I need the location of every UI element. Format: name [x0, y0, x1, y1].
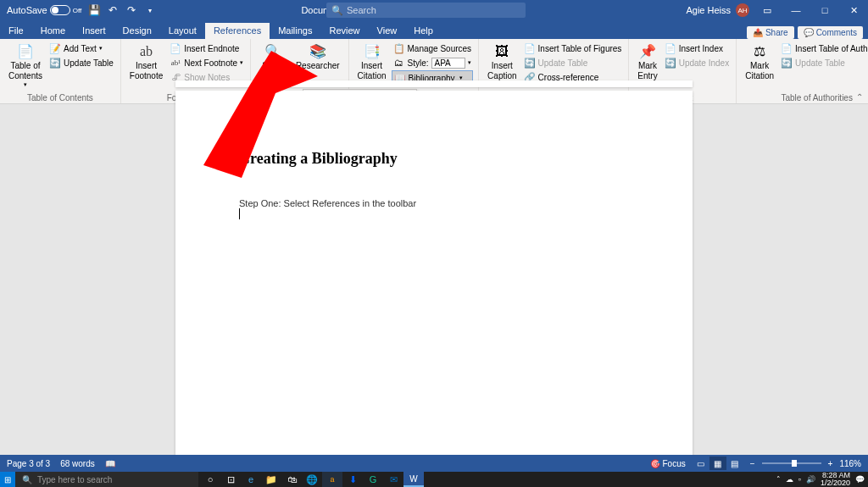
search-icon: 🔍 — [331, 5, 343, 16]
autosave-state: Off — [73, 7, 82, 14]
tab-design[interactable]: Design — [114, 23, 160, 39]
annotation-arrow — [182, 51, 318, 181]
mark-entry-label: Mark Entry — [637, 61, 657, 80]
next-footnote-icon: ab¹ — [170, 57, 181, 69]
add-text-button[interactable]: 📝Add Text▾ — [47, 42, 115, 55]
notifications-icon[interactable]: 💬 — [855, 475, 865, 484]
mark-citation-label: Mark Citation — [745, 61, 774, 80]
table-of-contents-button[interactable]: 📄 Table of Contents ▾ — [5, 42, 46, 92]
tab-home[interactable]: Home — [32, 23, 74, 39]
minimize-icon[interactable]: — — [782, 0, 810, 20]
redo-icon[interactable]: ↷ — [125, 4, 137, 16]
tab-layout[interactable]: Layout — [160, 23, 205, 39]
share-label: Share — [765, 28, 788, 37]
autosave-label: AutoSave — [7, 5, 47, 15]
chrome-icon[interactable]: 🌐 — [302, 472, 322, 487]
taskbar-search[interactable]: 🔍 Type here to search — [15, 472, 198, 487]
explorer-icon[interactable]: 📁 — [261, 472, 281, 487]
network-icon[interactable]: ▫ — [798, 475, 801, 484]
tab-mailings[interactable]: Mailings — [270, 23, 320, 39]
autosave-toggle[interactable]: AutoSave Off — [7, 5, 81, 15]
style-value[interactable]: APA — [431, 58, 465, 69]
print-layout-icon[interactable]: ▦ — [709, 457, 726, 470]
insert-toa-label: Insert Table of Authorities — [795, 44, 868, 53]
dropbox-icon[interactable]: ⬇ — [342, 472, 363, 487]
zoom-in-button[interactable]: + — [828, 459, 833, 468]
tray-chevron-icon[interactable]: ˄ — [776, 475, 781, 484]
start-button[interactable]: ⊞ — [0, 472, 15, 487]
focus-mode-button[interactable]: 🎯 Focus — [650, 459, 686, 468]
close-icon[interactable]: ✕ — [839, 0, 868, 20]
zoom-level[interactable]: 116% — [839, 459, 861, 468]
read-mode-icon[interactable]: ▭ — [693, 457, 709, 470]
web-layout-icon[interactable]: ▤ — [726, 457, 743, 470]
focus-label: Focus — [663, 459, 686, 468]
save-icon[interactable]: 💾 — [88, 4, 100, 16]
cortana-icon[interactable]: ○ — [200, 472, 220, 487]
status-bar: Page 3 of 3 68 words 📖 🎯 Focus ▭ ▦ ▤ − +… — [0, 455, 868, 472]
view-buttons: ▭ ▦ ▤ — [693, 457, 743, 470]
task-view-icon[interactable]: ⊡ — [220, 472, 241, 487]
text-cursor — [239, 208, 240, 219]
mark-citation-icon: ⚖ — [751, 43, 768, 60]
tab-help[interactable]: Help — [405, 23, 442, 39]
insert-table-of-figures-button[interactable]: 📄Insert Table of Figures — [522, 42, 624, 55]
insert-toa-button[interactable]: 📄Insert Table of Authorities — [779, 42, 868, 55]
outlook-icon[interactable]: ✉ — [383, 472, 403, 487]
comments-label: Comments — [816, 28, 857, 37]
zoom-slider[interactable] — [762, 462, 821, 464]
edge-icon[interactable]: e — [241, 472, 261, 487]
tab-review[interactable]: Review — [321, 23, 369, 39]
volume-icon[interactable]: 🔊 — [806, 475, 815, 484]
amazon-icon[interactable]: a — [322, 472, 342, 487]
zoom-out-button[interactable]: − — [750, 459, 755, 468]
ribbon-options-icon[interactable]: ▭ — [753, 0, 782, 20]
toggle-switch-icon — [50, 5, 70, 15]
update-index-button[interactable]: 🔄Update Index — [663, 56, 732, 69]
mark-citation-button[interactable]: ⚖ Mark Citation — [742, 42, 777, 92]
style-selector[interactable]: 🗂Style: APA▾ — [392, 56, 474, 69]
page-number[interactable]: Page 3 of 3 — [7, 459, 50, 468]
update-table-button[interactable]: 🔄Update Table — [47, 56, 115, 69]
onedrive-icon[interactable]: ☁ — [786, 475, 793, 484]
clock-date: 1/2/2020 — [821, 479, 850, 487]
user-account[interactable]: Agie Heiss AH — [686, 3, 749, 17]
share-button[interactable]: 📤Share — [747, 26, 794, 39]
insert-footnote-label: Insert Footnote — [130, 61, 163, 80]
update-table-label: Update Table — [64, 58, 114, 68]
collapse-ribbon-icon[interactable]: ⌃ — [856, 92, 863, 102]
search-box[interactable]: 🔍 Search — [326, 3, 526, 18]
word-count[interactable]: 68 words — [60, 459, 95, 468]
manage-sources-button[interactable]: 📋Manage Sources — [392, 42, 474, 55]
quick-access-toolbar: AutoSave Off 💾 ↶ ↷ ▾ — [0, 4, 156, 16]
search-icon: 🔍 — [22, 475, 32, 484]
update-table-figures-button[interactable]: 🔄Update Table — [522, 56, 624, 69]
qat-dropdown-icon[interactable]: ▾ — [144, 4, 156, 16]
caption-icon: 🖼 — [493, 43, 510, 60]
manage-sources-label: Manage Sources — [408, 44, 472, 53]
add-text-label: Add Text — [64, 44, 97, 53]
insert-index-button[interactable]: 📄Insert Index — [663, 42, 732, 55]
word-icon[interactable]: W — [403, 472, 424, 487]
tab-file[interactable]: File — [0, 23, 32, 39]
system-tray: ˄ ☁ ▫ 🔊 8:28 AM 1/2/2020 💬 — [776, 472, 868, 487]
update-toa-button[interactable]: 🔄Update Table — [779, 56, 868, 69]
search-placeholder: Search — [347, 5, 376, 15]
mark-entry-icon: 📌 — [639, 43, 656, 60]
tab-references[interactable]: References — [205, 23, 270, 39]
group-label: Table of Contents — [5, 92, 115, 102]
spellcheck-icon[interactable]: 📖 — [105, 459, 115, 468]
insert-footnote-button[interactable]: ab Insert Footnote — [126, 42, 166, 92]
tab-insert[interactable]: Insert — [74, 23, 114, 39]
insert-table-figures-label: Insert Table of Figures — [538, 44, 622, 53]
store-icon[interactable]: 🛍 — [281, 472, 302, 487]
tab-view[interactable]: View — [369, 23, 406, 39]
taskbar-clock[interactable]: 8:28 AM 1/2/2020 — [821, 472, 850, 487]
undo-icon[interactable]: ↶ — [107, 4, 119, 16]
style-icon: 🗂 — [393, 57, 405, 69]
svg-marker-0 — [203, 51, 318, 178]
update-index-label: Update Index — [679, 58, 730, 68]
comments-button[interactable]: 💬Comments — [798, 26, 863, 39]
grammarly-icon[interactable]: G — [363, 472, 383, 487]
maximize-icon[interactable]: □ — [810, 0, 839, 20]
